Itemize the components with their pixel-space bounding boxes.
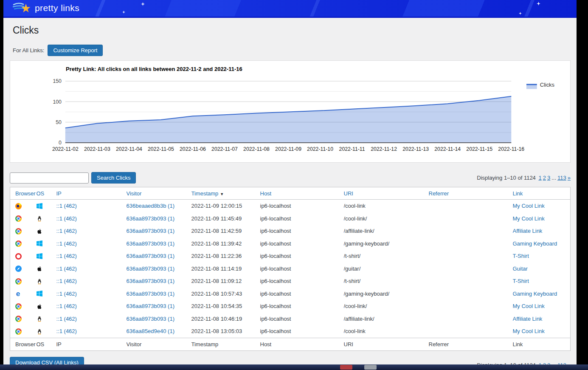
link-link[interactable]: Gaming Keyboard (513, 240, 557, 247)
next-page-link[interactable]: » (568, 175, 571, 181)
linux-icon (37, 316, 43, 322)
ip-link[interactable]: ::1 (462) (56, 328, 77, 334)
search-clicks-button[interactable]: Search Clicks (91, 172, 136, 184)
page-link-3[interactable]: 3 (547, 175, 550, 181)
chrome-icon (15, 215, 22, 222)
firefox-icon (15, 203, 22, 209)
referrer-cell (429, 212, 513, 225)
browser-viewport: pretty links Clicks For All Links: Custo… (3, 0, 577, 364)
uri-cell: /cool-link (344, 325, 429, 338)
sort-browser[interactable]: Browser (15, 190, 36, 197)
sort-desc-icon: ▼ (220, 192, 224, 196)
table-row: ::1 (462)636aa8973b093 (1)2022-11-08 11:… (10, 237, 571, 250)
link-link[interactable]: Affiliate Link (513, 316, 543, 322)
windows-icon (37, 253, 43, 260)
taskbar-item-icon[interactable] (340, 365, 352, 370)
pagination-ellipsis: ... (551, 175, 556, 181)
chrome-icon (15, 303, 22, 310)
timestamp-cell: 2022-11-08 10:54:35 (191, 300, 260, 313)
link-link[interactable]: Guitar (513, 265, 528, 272)
ip-link[interactable]: ::1 (462) (56, 316, 77, 322)
visitor-link[interactable]: 636aa8973b093 (1) (127, 253, 175, 259)
sort-os[interactable]: OS (37, 190, 45, 197)
referrer-cell (429, 313, 513, 325)
logo-wordmark: pretty links (35, 3, 79, 13)
visitor-link[interactable]: 636aa8973b093 (1) (127, 215, 175, 222)
sort-uri[interactable]: URI (344, 190, 353, 197)
visitor-link[interactable]: 636aa8973b093 (1) (127, 278, 175, 284)
visitor-link[interactable]: 636aa8973b093 (1) (127, 240, 175, 247)
windows-icon (37, 291, 43, 297)
sparkle-icon (122, 11, 126, 14)
uri-cell: /t-shirt/ (344, 250, 429, 263)
table-row: ::1 (462)636aa8973b093 (1)2022-11-08 11:… (10, 263, 571, 275)
ip-link[interactable]: ::1 (462) (56, 240, 77, 247)
link-link[interactable]: T-Shirt (513, 278, 529, 284)
visitor-link[interactable]: 636aa8973b093 (1) (127, 316, 175, 322)
visitor-link[interactable]: 636aa8973b093 (1) (127, 303, 175, 309)
sort-ip[interactable]: IP (56, 190, 62, 197)
timestamp-cell: 2022-11-08 11:39:42 (191, 237, 260, 250)
ip-link[interactable]: ::1 (462) (56, 303, 77, 309)
ip-link[interactable]: ::1 (462) (56, 228, 77, 234)
link-link[interactable]: My Cool Link (513, 215, 545, 222)
svg-text:2022-11-06: 2022-11-06 (180, 146, 206, 152)
link-link[interactable]: T-Shirt (513, 253, 529, 259)
visitor-link[interactable]: 636aa85ed9e40 (1) (127, 328, 175, 334)
visitor-link[interactable]: 636beaaed8b3b (1) (127, 203, 175, 209)
sort-link[interactable]: Link (513, 190, 523, 197)
footer-col-browser: Browser (15, 341, 36, 347)
download-csv-button[interactable]: Download CSV (All Links) (10, 357, 84, 365)
footer-col-visitor: Visitor (127, 341, 142, 347)
link-link[interactable]: My Cool Link (513, 303, 545, 309)
timestamp-cell: 2022-11-09 12:00:15 (191, 200, 260, 212)
ip-link[interactable]: ::1 (462) (56, 291, 77, 297)
pagination-top: Displaying 1–10 of 1124 123...113» (477, 175, 571, 181)
page-title: Clicks (13, 25, 571, 36)
host-cell: ip6-localhost (260, 275, 344, 288)
visitor-link[interactable]: 636aa8973b093 (1) (127, 265, 175, 272)
ip-link[interactable]: ::1 (462) (56, 253, 77, 259)
ip-link[interactable]: ::1 (462) (56, 203, 77, 209)
chrome-icon (15, 240, 22, 247)
page-link-1[interactable]: 1 (538, 175, 541, 181)
page-link-2[interactable]: 2 (543, 175, 546, 181)
uri-cell: /affiliate-link/ (344, 225, 429, 237)
link-link[interactable]: My Cool Link (513, 203, 545, 209)
sparkle-icon (537, 2, 540, 6)
sort-host[interactable]: Host (260, 190, 272, 197)
taskbar-item-icon[interactable] (364, 365, 377, 370)
footer-col-timestamp: Timestamp (191, 341, 219, 347)
sort-referrer[interactable]: Referrer (429, 190, 449, 197)
search-input[interactable] (10, 172, 89, 184)
table-row: ::1 (462)636aa8973b093 (1)2022-11-09 11:… (10, 212, 571, 225)
footer-col-uri: URI (344, 341, 353, 347)
visitor-link[interactable]: 636aa8973b093 (1) (127, 291, 175, 297)
svg-text:Clicks: Clicks (540, 82, 554, 88)
svg-text:2022-11-11: 2022-11-11 (339, 146, 365, 152)
page-link-last[interactable]: 113 (557, 175, 566, 181)
customize-report-button[interactable]: Customize Report (48, 45, 103, 56)
visitor-link[interactable]: 636aa8973b093 (1) (127, 228, 175, 234)
ip-link[interactable]: ::1 (462) (56, 278, 77, 284)
ip-link[interactable]: ::1 (462) (56, 215, 77, 222)
link-link[interactable]: My Cool Link (513, 328, 545, 334)
uri-cell: /t-shirt/ (344, 275, 429, 288)
svg-text:2022-11-12: 2022-11-12 (371, 146, 397, 152)
clicks-area-chart: 0501001502022-11-022022-11-032022-11-042… (10, 75, 570, 158)
sort-timestamp[interactable]: Timestamp (191, 190, 219, 197)
link-link[interactable]: Gaming Keyboard (513, 291, 557, 297)
chrome-icon (15, 316, 22, 322)
ip-link[interactable]: ::1 (462) (56, 265, 77, 272)
host-cell: ip6-localhost (260, 250, 344, 263)
clicks-table: Browser OS IP Visitor Timestamp▼ Host UR… (10, 187, 571, 351)
system-taskbar (0, 364, 588, 370)
linux-icon (37, 278, 43, 285)
svg-text:50: 50 (56, 119, 62, 125)
pretty-links-star-icon (13, 2, 32, 14)
sort-visitor[interactable]: Visitor (127, 190, 142, 197)
host-cell: ip6-localhost (260, 313, 344, 325)
link-link[interactable]: Affiliate Link (513, 228, 543, 234)
chrome-icon (15, 278, 22, 285)
chart-title: Pretty Link: All clicks on all links bet… (66, 66, 570, 73)
